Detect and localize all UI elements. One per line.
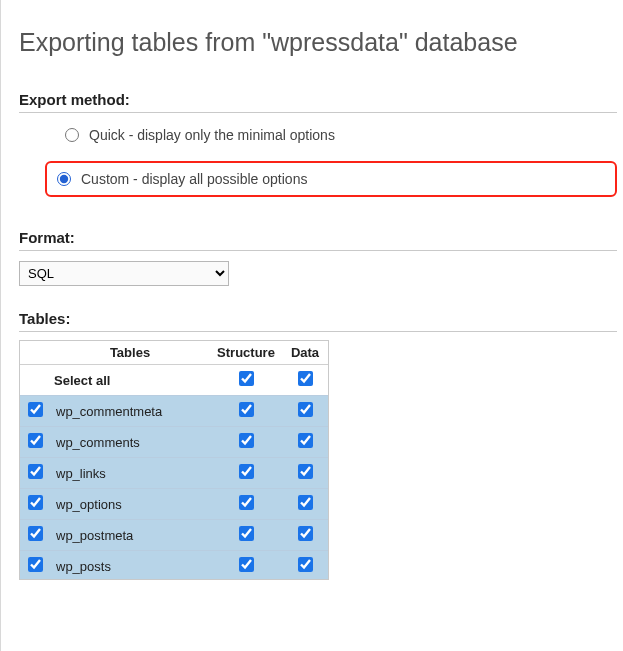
row-data-checkbox[interactable] xyxy=(298,464,313,479)
row-structure-checkbox[interactable] xyxy=(239,433,254,448)
tables-scroll[interactable]: Tables Structure Data Select allwp_comme… xyxy=(19,340,329,580)
row-structure-checkbox[interactable] xyxy=(239,402,254,417)
table-row[interactable]: wp_postmeta xyxy=(20,520,328,551)
table-row[interactable]: wp_options xyxy=(20,489,328,520)
row-structure-checkbox[interactable] xyxy=(239,526,254,541)
th-name: Tables xyxy=(50,341,210,365)
row-select-checkbox[interactable] xyxy=(28,526,43,541)
row-table-name: wp_links xyxy=(50,458,210,489)
export-method-fieldset: Export method: Quick - display only the … xyxy=(19,91,617,215)
row-data-checkbox[interactable] xyxy=(298,402,313,417)
row-select-checkbox[interactable] xyxy=(28,464,43,479)
radio-custom-label: Custom - display all possible options xyxy=(81,171,307,187)
tables-legend-row: Tables: xyxy=(19,310,617,332)
table-row[interactable]: wp_comments xyxy=(20,427,328,458)
export-method-custom[interactable]: Custom - display all possible options xyxy=(47,163,535,195)
page-title: Exporting tables from "wpressdata" datab… xyxy=(19,28,617,57)
row-table-name: wp_options xyxy=(50,489,210,520)
th-check xyxy=(20,341,50,365)
format-legend: Format: xyxy=(19,229,617,251)
export-method-options: Quick - display only the minimal options… xyxy=(19,113,617,197)
row-structure-checkbox[interactable] xyxy=(239,495,254,510)
row-data-checkbox[interactable] xyxy=(298,526,313,541)
select-all-label[interactable]: Select all xyxy=(50,365,210,396)
select-all-data-checkbox[interactable] xyxy=(298,371,313,386)
table-row[interactable]: wp_commentmeta xyxy=(20,396,328,427)
row-structure-checkbox[interactable] xyxy=(239,557,254,572)
tables-fieldset: Tables: Tables Structure Data Select all… xyxy=(19,310,617,580)
th-data: Data xyxy=(282,341,328,365)
th-structure: Structure xyxy=(210,341,282,365)
table-row[interactable]: wp_posts xyxy=(20,551,328,581)
tables-table: Tables Structure Data Select allwp_comme… xyxy=(20,341,328,580)
row-data-checkbox[interactable] xyxy=(298,433,313,448)
row-select-checkbox[interactable] xyxy=(28,402,43,417)
highlight-custom-box: Custom - display all possible options xyxy=(45,161,617,197)
select-all-structure-checkbox[interactable] xyxy=(239,371,254,386)
export-method-legend: Export method: xyxy=(19,91,617,113)
row-select-checkbox[interactable] xyxy=(28,557,43,572)
row-select-checkbox[interactable] xyxy=(28,495,43,510)
row-table-name: wp_posts xyxy=(50,551,210,581)
row-structure-checkbox[interactable] xyxy=(239,464,254,479)
format-fieldset: Format: SQL xyxy=(19,229,617,286)
tables-legend: Tables: xyxy=(19,310,70,327)
radio-quick-label: Quick - display only the minimal options xyxy=(89,127,335,143)
row-table-name: wp_commentmeta xyxy=(50,396,210,427)
row-data-checkbox[interactable] xyxy=(298,495,313,510)
row-select-checkbox[interactable] xyxy=(28,433,43,448)
row-data-checkbox[interactable] xyxy=(298,557,313,572)
radio-custom[interactable] xyxy=(57,172,71,186)
table-row[interactable]: wp_links xyxy=(20,458,328,489)
format-select[interactable]: SQL xyxy=(19,261,229,286)
radio-quick[interactable] xyxy=(65,128,79,142)
row-table-name: wp_postmeta xyxy=(50,520,210,551)
export-method-quick[interactable]: Quick - display only the minimal options xyxy=(55,119,617,151)
select-all-row: Select all xyxy=(20,365,328,396)
row-table-name: wp_comments xyxy=(50,427,210,458)
